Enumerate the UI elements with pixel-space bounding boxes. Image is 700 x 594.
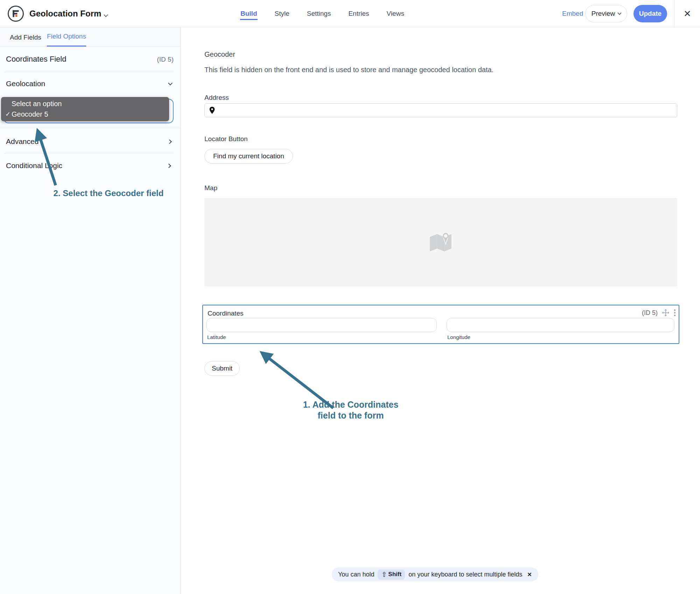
kebab-menu-icon[interactable]	[674, 309, 676, 317]
map-label: Map	[204, 184, 217, 192]
dropdown-option-select-an-option[interactable]: Select an option	[1, 98, 169, 109]
toast-close-icon[interactable]: ✕	[527, 571, 532, 578]
coordinates-field-card[interactable]: Coordinates (ID 5) Latitude Longitude	[202, 305, 679, 344]
latitude-input[interactable]	[206, 318, 437, 332]
geocoder-select-dropdown-menu: Select an option ✓ Geocoder 5	[1, 97, 169, 121]
section-advanced[interactable]: Advanced	[6, 135, 171, 148]
sidebar-tab-field-options[interactable]: Field Options	[47, 27, 86, 47]
map-pin-icon	[209, 106, 215, 116]
annotation-step1: 1. Add the Coordinates field to the form	[281, 399, 421, 421]
tab-settings[interactable]: Settings	[307, 8, 331, 20]
toast-text-pre: You can hold	[338, 571, 374, 578]
sidebar-tabs: Add Fields Field Options	[0, 27, 180, 47]
form-title-chevron-icon[interactable]	[104, 12, 107, 18]
update-button[interactable]: Update	[634, 5, 667, 22]
find-location-button[interactable]: Find my current location	[204, 149, 293, 164]
formidable-logo-icon[interactable]	[8, 6, 24, 22]
chevron-down-icon	[618, 11, 622, 15]
address-input[interactable]	[204, 103, 677, 117]
coordinates-field-tools: (ID 5)	[642, 309, 676, 317]
chevron-down-icon	[168, 81, 173, 85]
section-geolocation[interactable]: Geolocation	[6, 77, 172, 90]
embed-link[interactable]: Embed	[562, 0, 583, 27]
tab-views[interactable]: Views	[386, 8, 405, 20]
annotation-step1-line2: field to the form	[281, 410, 421, 421]
main-nav-tabs: Build Style Settings Entries Views	[240, 0, 405, 27]
divider	[5, 72, 174, 72]
formidable-f-glyph	[11, 9, 20, 18]
chevron-right-icon	[167, 164, 171, 168]
address-label: Address	[204, 94, 229, 102]
annotation-step2: 2. Select the Geocoder field	[42, 188, 175, 198]
header-divider	[674, 0, 674, 27]
sidebar-tab-add-fields[interactable]: Add Fields	[10, 27, 41, 47]
chevron-right-icon	[167, 139, 172, 144]
geocoder-field-label: Geocoder	[204, 50, 235, 58]
submit-button[interactable]: Submit	[204, 361, 240, 376]
field-options-sidebar: Add Fields Field Options Coordinates Fie…	[0, 27, 181, 594]
address-field	[204, 103, 677, 117]
tab-build[interactable]: Build	[240, 8, 258, 20]
toast-text-post: on your keyboard to select multiple fiel…	[408, 571, 522, 578]
annotation-step1-line1: 1. Add the Coordinates	[281, 399, 421, 410]
locator-button-label: Locator Button	[204, 135, 248, 143]
map-icon	[429, 233, 453, 252]
preview-button[interactable]: Preview	[585, 5, 627, 22]
section-conditional-logic[interactable]: Conditional Logic	[6, 159, 170, 172]
coordinates-id-badge: (ID 5)	[642, 309, 658, 317]
preview-button-label: Preview	[592, 10, 615, 18]
selected-field-header: Coordinates Field (ID 5)	[6, 55, 174, 64]
tab-style[interactable]: Style	[274, 8, 290, 20]
dropdown-option-label: Geocoder 5	[12, 109, 48, 119]
form-canvas: Geocoder This field is hidden on the fro…	[181, 27, 700, 594]
shift-icon: ⇧	[381, 571, 387, 579]
app-header: Geolocation Form Build Style Settings En…	[0, 0, 700, 27]
close-icon: ✕	[684, 8, 691, 19]
shift-key-badge: ⇧ Shift	[378, 569, 405, 580]
map-placeholder	[204, 198, 677, 286]
move-icon[interactable]	[662, 309, 670, 317]
shift-key-label: Shift	[388, 571, 401, 578]
tab-entries[interactable]: Entries	[348, 8, 369, 20]
section-geolocation-label: Geolocation	[6, 80, 45, 88]
longitude-label: Longitude	[447, 334, 470, 340]
selected-field-title: Coordinates Field	[6, 55, 66, 64]
divider	[5, 153, 174, 153]
divider	[0, 128, 180, 128]
shift-select-toast: You can hold ⇧ Shift on your keyboard to…	[332, 567, 538, 581]
check-icon: ✓	[5, 109, 12, 119]
latitude-label: Latitude	[207, 334, 226, 340]
section-conditional-logic-label: Conditional Logic	[6, 161, 62, 170]
close-builder-button[interactable]: ✕	[679, 0, 696, 27]
coordinates-label: Coordinates	[208, 310, 243, 317]
selected-field-id-badge: (ID 5)	[157, 56, 174, 63]
geocoder-field-description: This field is hidden on the front end an…	[204, 66, 493, 74]
longitude-input[interactable]	[447, 318, 674, 332]
form-title: Geolocation Form	[29, 0, 101, 27]
form-builder-app: Geolocation Form Build Style Settings En…	[0, 0, 700, 594]
section-advanced-label: Advanced	[6, 137, 38, 146]
dropdown-option-geocoder-5[interactable]: ✓ Geocoder 5	[1, 109, 169, 119]
